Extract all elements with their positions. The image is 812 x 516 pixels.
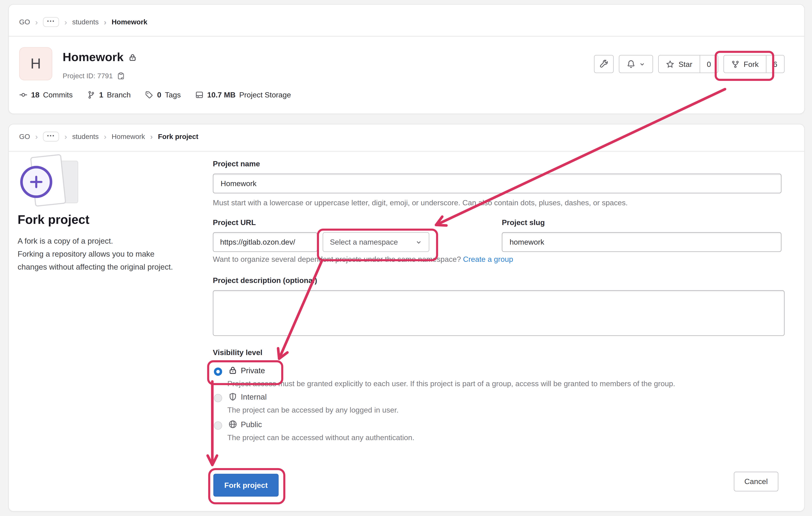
breadcrumb-homework[interactable]: Homework [99, 132, 145, 141]
cancel-button[interactable]: Cancel [734, 472, 778, 491]
breadcrumb-group[interactable]: GO [19, 133, 30, 140]
stat-storage-value: 10.7 MB [207, 91, 236, 99]
star-count[interactable]: 0 [699, 55, 718, 73]
project-id-row: Project ID: 7791 [63, 72, 125, 80]
storage-disk-icon [195, 91, 204, 99]
fork-page-description: A fork is a copy of a project. Forking a… [18, 234, 180, 273]
viewport: GO ••• students Homework H Homework Proj… [0, 0, 812, 516]
project-name-input[interactable] [213, 174, 781, 193]
namespace-help: Want to organize several dependent proje… [213, 255, 513, 263]
visibility-internal-option[interactable]: Internal [228, 392, 267, 401]
fork-project-submit-label: Fork project [224, 481, 268, 489]
stat-storage[interactable]: 10.7 MB Project Storage [195, 91, 291, 99]
breadcrumb-homework-label: Homework [112, 133, 145, 140]
lock-icon [128, 53, 137, 61]
project-slug-label: Project slug [502, 218, 545, 227]
star-button-group: Star 0 [658, 55, 718, 73]
fork-desc-line2: Forking a repository allows you to make … [18, 249, 173, 271]
project-name-label: Project name [213, 160, 260, 168]
breadcrumb-students[interactable]: students [59, 18, 98, 26]
chevron-down-icon [415, 239, 422, 245]
fork-count[interactable]: 6 [766, 55, 784, 73]
fork-illustration [19, 155, 86, 212]
bell-icon [627, 60, 635, 69]
visibility-private-option[interactable]: Private [228, 366, 265, 375]
fork-header-divider [9, 151, 804, 152]
ellipsis-icon: ••• [43, 17, 59, 27]
breadcrumb-ellipsis[interactable]: ••• [30, 17, 59, 27]
gitlab-fork-screen: GO ••• students Homework H Homework Proj… [0, 0, 812, 516]
stat-branches[interactable]: 1 Branch [87, 91, 131, 99]
project-slug-input[interactable] [502, 232, 781, 252]
fork-breadcrumb: GO ••• students Homework Fork project [19, 132, 198, 141]
visibility-public-option[interactable]: Public [228, 420, 262, 429]
star-button[interactable]: Star [659, 55, 699, 73]
avatar-letter: H [31, 55, 41, 72]
fork-button-group: Fork 6 [723, 55, 784, 73]
lock-icon [228, 366, 237, 375]
stat-branches-label: Branch [107, 91, 131, 99]
visibility-private-label: Private [241, 366, 265, 375]
fork-icon [731, 60, 740, 68]
visibility-internal-description: The project can be accessed by any logge… [227, 406, 399, 414]
star-icon [666, 60, 674, 68]
breadcrumb-group[interactable]: GO [19, 18, 30, 26]
breadcrumb-project[interactable]: Homework [99, 18, 147, 26]
fork-button-label: Fork [744, 60, 758, 68]
namespace-dropdown[interactable]: Select a namespace [323, 232, 429, 252]
tag-icon [145, 91, 154, 99]
breadcrumb: GO ••• students Homework [19, 17, 147, 27]
ellipsis-icon: ••• [43, 132, 59, 141]
breadcrumb-group-label: GO [19, 18, 30, 26]
breadcrumb-students-label: students [72, 133, 99, 140]
visibility-internal-label: Internal [241, 392, 267, 401]
admin-wrench-button[interactable] [594, 55, 614, 73]
project-name-help: Must start with a lowercase or uppercase… [213, 198, 628, 207]
cancel-button-label: Cancel [744, 478, 768, 486]
fork-desc-line1: A fork is a copy of a project. [18, 237, 113, 245]
project-url-base-text: https://gitlab.ozon.dev/ [220, 238, 295, 246]
breadcrumb-students[interactable]: students [59, 132, 98, 141]
stat-commits-value: 18 [31, 91, 39, 99]
stat-commits-label: Commits [43, 91, 72, 99]
breadcrumb-fork-project-label: Fork project [158, 133, 199, 140]
globe-icon [228, 420, 237, 429]
notifications-button[interactable] [619, 55, 653, 73]
visibility-public-radio[interactable] [214, 422, 222, 430]
visibility-internal-radio[interactable] [214, 394, 222, 402]
branch-icon [87, 91, 95, 99]
visibility-private-radio[interactable] [214, 368, 222, 376]
wrench-icon [600, 60, 608, 69]
breadcrumb-fork-project: Fork project [145, 132, 198, 141]
star-count-value: 0 [707, 60, 711, 68]
fork-button[interactable]: Fork [724, 55, 766, 73]
stat-commits[interactable]: 18 Commits [19, 91, 72, 99]
namespace-dropdown-value: Select a namespace [330, 238, 398, 246]
commits-icon [19, 91, 28, 99]
project-actions: Star 0 Fork 6 [594, 55, 785, 73]
project-avatar: H [19, 47, 52, 80]
copy-id-icon[interactable] [117, 72, 125, 80]
project-title: Homework [63, 50, 123, 64]
fork-count-value: 6 [773, 60, 777, 68]
fork-project-submit-button[interactable]: Fork project [213, 474, 279, 496]
visibility-level-label: Visibility level [213, 348, 262, 357]
fork-page-heading: Fork project [18, 213, 89, 227]
plus-circle-icon [20, 166, 52, 198]
header-divider [9, 36, 804, 37]
project-description-label: Project description (optional) [213, 276, 317, 285]
visibility-private-description: Project access must be granted explicitl… [227, 379, 675, 388]
stat-tags-value: 0 [157, 91, 161, 99]
breadcrumb-group-label: GO [19, 133, 30, 140]
stat-storage-label: Project Storage [239, 91, 291, 99]
breadcrumb-ellipsis[interactable]: ••• [30, 132, 59, 141]
stat-tags[interactable]: 0 Tags [145, 91, 181, 99]
stat-tags-label: Tags [165, 91, 181, 99]
fork-project-card: GO ••• students Homework Fork project Fo… [8, 124, 805, 512]
project-description-input[interactable] [213, 290, 785, 336]
create-group-link[interactable]: Create a group [463, 255, 513, 263]
chevron-down-icon [639, 61, 645, 67]
project-url-label: Project URL [213, 218, 256, 227]
visibility-public-description: The project can be accessed without any … [227, 433, 414, 442]
project-title-row: Homework [63, 50, 137, 64]
